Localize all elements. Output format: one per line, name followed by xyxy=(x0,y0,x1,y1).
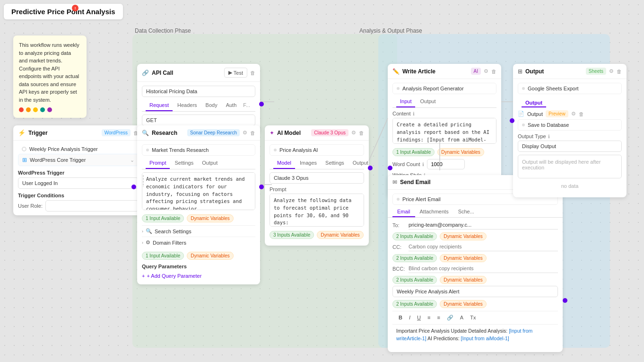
fmt-bold[interactable]: B xyxy=(396,314,405,322)
phase-data-collection-label: Data Collection Phase xyxy=(135,27,191,34)
ai-model-icon: ✦ xyxy=(270,130,274,136)
api-input-field[interactable] xyxy=(142,86,255,97)
write-tab-output[interactable]: Output xyxy=(416,96,439,107)
output-preview-settings[interactable]: ⚙ xyxy=(571,111,576,117)
trigger-select[interactable]: User Logged In xyxy=(18,177,139,189)
email-to-chip-dynamic: Dynamic Variables xyxy=(440,232,487,240)
write-content-label: Content xyxy=(392,111,411,116)
api-method-select[interactable]: GET xyxy=(142,115,255,126)
email-tab-email[interactable]: Email xyxy=(392,207,415,217)
write-info-icon: ℹ xyxy=(413,111,415,116)
research-delete-icon[interactable]: 🗑 xyxy=(250,130,255,136)
research-tab-prompt[interactable]: Prompt xyxy=(146,158,170,169)
write-chip-inputs: 1 Input Available xyxy=(392,148,435,156)
output-type-select[interactable]: Display Output xyxy=(518,141,622,152)
fmt-color[interactable]: A xyxy=(458,314,466,322)
write-settings-icon[interactable]: ⚙ xyxy=(484,68,488,74)
research-prompt-textarea[interactable]: Analyze current market trends and econom… xyxy=(142,172,255,210)
note-card: This workflow runs weekly to analyze pri… xyxy=(13,35,87,118)
fmt-ol[interactable]: ≡ xyxy=(425,314,433,322)
output-save-item: Save to Database xyxy=(518,119,622,131)
ai-tab-settings[interactable]: Settings xyxy=(322,158,348,169)
fmt-underline[interactable]: U xyxy=(415,314,423,322)
write-delete-icon[interactable]: 🗑 xyxy=(491,69,496,74)
email-cc-input[interactable] xyxy=(409,242,558,251)
output-preview-delete[interactable]: 🗑 xyxy=(579,111,584,117)
api-tab-more[interactable]: F... xyxy=(241,100,252,111)
trigger-user-role-select[interactable] xyxy=(45,200,139,212)
write-chip-dynamic: Dynamic Variables xyxy=(437,148,484,156)
research-expand-search[interactable]: › 🔍 Search Settings xyxy=(142,225,255,237)
email-to-label: To: xyxy=(392,222,406,228)
dot-yellow xyxy=(33,107,38,112)
write-content-textarea[interactable]: Create a detailed pricing analysis repor… xyxy=(392,118,496,144)
fmt-ul[interactable]: ≡ xyxy=(435,314,442,322)
research-tab-settings[interactable]: Settings xyxy=(171,158,197,169)
add-param-label: + Add Query Parameter xyxy=(147,273,201,279)
research-prompt-area: Analyze current market trends and econom… xyxy=(142,169,255,225)
research-expand-domain[interactable]: › ⚙ Domain Filters xyxy=(142,237,255,248)
api-tab-request[interactable]: Request xyxy=(146,100,173,111)
research-header: 🔍 Research Sonar Deep Research ⚙ 🗑 xyxy=(137,125,260,141)
ai-tab-model[interactable]: Model xyxy=(273,158,295,169)
trigger-item-2-row: ⊞ WordPress Core Trigger ⌄ xyxy=(18,154,139,166)
conn-dot-api-out xyxy=(259,102,264,106)
output-preview-label: Output xyxy=(527,111,543,117)
phase-analysis-output-label: Analysis & Output Phase xyxy=(359,27,422,34)
email-bcc-row: BCC: xyxy=(392,264,558,273)
output-section: Output xyxy=(518,96,622,110)
output-icon: ⊞ xyxy=(518,68,522,75)
write-badge: AI xyxy=(471,68,481,75)
email-dot xyxy=(397,198,400,201)
ai-tab-output[interactable]: Output xyxy=(349,158,369,169)
api-tabs: Request Headers Body Auth F... xyxy=(142,100,255,112)
test-play-icon: ▶ xyxy=(228,70,232,76)
research-tab-output[interactable]: Output xyxy=(198,158,221,169)
email-icon: ✉ xyxy=(392,179,397,185)
api-delete-icon[interactable]: 🗑 xyxy=(250,70,255,76)
api-tab-auth[interactable]: Auth xyxy=(222,100,241,111)
email-item-label: Price Alert Email xyxy=(402,196,441,202)
email-tab-schedule[interactable]: Sche... xyxy=(453,207,479,217)
ai-delete-icon[interactable]: 🗑 xyxy=(359,130,364,136)
write-chips-top: 1 Input Available Dynamic Variables xyxy=(392,148,496,156)
fmt-italic[interactable]: I xyxy=(407,314,413,322)
add-query-param-button[interactable]: + + Add Query Parameter xyxy=(142,271,255,281)
email-to-chips: 2 Inputs Available Dynamic Variables xyxy=(392,232,558,240)
notification-dot[interactable]: ! xyxy=(72,5,78,11)
email-tab-attachments[interactable]: Attachments xyxy=(415,207,453,217)
email-bcc-input[interactable] xyxy=(409,264,558,273)
fmt-link[interactable]: 🔗 xyxy=(444,314,456,322)
ai-model-select[interactable]: Claude 3 Opus xyxy=(270,172,364,184)
send-email-body: Price Alert Email Email Attachments Sche… xyxy=(388,190,563,352)
output-preview-text: Output will be displayed here after exec… xyxy=(522,159,618,170)
ai-prompt-textarea[interactable]: Analyze the following data to forecast o… xyxy=(270,194,364,227)
ai-model-node: ✦ AI Model Claude 3 Opus ⚙ 🗑 Price Analy… xyxy=(265,125,369,246)
write-tab-input[interactable]: Input xyxy=(396,96,415,107)
write-tabs: Input Output xyxy=(392,96,496,108)
ai-settings-icon[interactable]: ⚙ xyxy=(351,130,356,136)
fmt-clear[interactable]: Tx xyxy=(468,314,478,322)
trigger-chevron: ⌄ xyxy=(130,157,134,163)
dot-orange xyxy=(26,107,31,112)
page-title: Predictive Price Point Analysis xyxy=(11,8,115,16)
research-domain-filters-label: Domain Filters xyxy=(153,240,186,246)
research-chip-dynamic: Dynamic Variables xyxy=(187,214,234,222)
dot-teal xyxy=(40,107,45,112)
title-bar: Predictive Price Point Analysis xyxy=(4,4,123,19)
output-delete-icon[interactable]: 🗑 xyxy=(617,69,622,74)
api-test-button[interactable]: ▶ Test xyxy=(224,68,247,78)
email-to-input[interactable] xyxy=(409,221,558,230)
write-wordcount-row: Word Count ℹ xyxy=(392,159,496,169)
output-settings-icon[interactable]: ⚙ xyxy=(609,68,614,74)
research-settings-icon[interactable]: ⚙ xyxy=(243,130,247,136)
output-dot-2 xyxy=(522,124,525,126)
api-tab-headers[interactable]: Headers xyxy=(174,100,201,111)
trigger-item-1-label: Weekly Price Analysis Trigger xyxy=(29,146,98,152)
email-tabs: Email Attachments Sche... xyxy=(388,207,563,218)
api-tab-body[interactable]: Body xyxy=(202,100,221,111)
expand-chevron-2: › xyxy=(142,240,143,245)
email-subject-input[interactable] xyxy=(392,286,558,297)
ai-tab-images[interactable]: Images xyxy=(296,158,321,169)
write-wc-input[interactable] xyxy=(427,159,465,169)
